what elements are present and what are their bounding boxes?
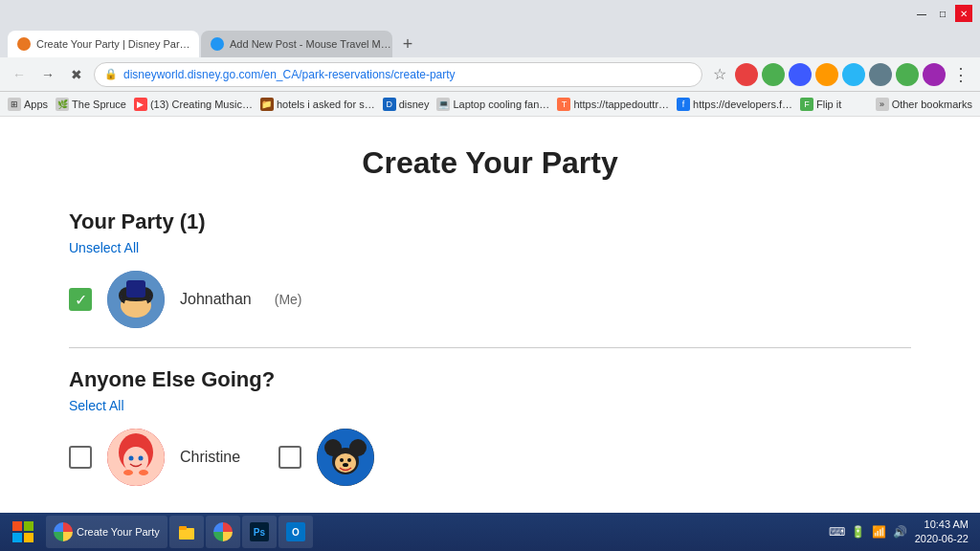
lock-icon: 🔒 <box>104 68 118 80</box>
anyone-else-grid: Christine <box>69 429 911 501</box>
page-content: Create Your Party Your Party (1) Unselec… <box>0 117 980 530</box>
clock-date: 2020-06-22 <box>915 532 969 546</box>
star-icon[interactable]: ☆ <box>708 63 731 86</box>
bookmark-apps[interactable]: ⊞ Apps <box>8 98 48 111</box>
system-icons: ⌨ 🔋 📶 🔊 <box>829 523 909 540</box>
minimize-button[interactable]: — <box>913 5 930 22</box>
chrome-taskbar-icon <box>54 522 73 541</box>
bookmark-apps-label: Apps <box>24 99 48 110</box>
volume-icon[interactable]: 🔊 <box>892 523 909 540</box>
svg-rect-28 <box>179 526 187 530</box>
taskbar-item-chrome2[interactable] <box>206 516 240 548</box>
svg-point-21 <box>347 458 351 462</box>
maximize-button[interactable]: □ <box>934 5 951 22</box>
avatar-svg-johnathan <box>107 271 165 328</box>
avatar-johnathan <box>107 271 165 328</box>
close-button[interactable]: ✕ <box>955 5 972 22</box>
extension-icon-6[interactable] <box>896 63 919 86</box>
tab-label-1: Create Your Party | Disney Par… <box>36 38 190 50</box>
tapped-icon: T <box>557 98 570 111</box>
start-button[interactable] <box>4 515 42 549</box>
bookmark-flipit-label: Flip it <box>816 99 841 110</box>
select-all-link[interactable]: Select All <box>69 398 911 413</box>
taskbar-item-outlook[interactable]: O <box>278 516 313 548</box>
bookmark-music[interactable]: ▶ (13) Creating Music… <box>134 98 253 111</box>
windows-logo-icon <box>11 520 34 543</box>
tab-inactive[interactable]: Add New Post - Mouse Travel M… ✕ <box>201 31 392 57</box>
bookmark-hotels[interactable]: 📁 hotels i asked for s… <box>260 98 375 111</box>
tab-favicon-1 <box>17 37 31 51</box>
taskbar-items: Create Your Party Ps O <box>42 516 821 548</box>
member-tag-johnathan: (Me) <box>275 292 302 307</box>
member-row-christine: Christine <box>69 429 240 486</box>
music-icon: ▶ <box>134 98 147 111</box>
pinterest-icon[interactable] <box>735 63 758 86</box>
svg-point-11 <box>129 456 134 461</box>
svg-point-22 <box>343 463 348 467</box>
checkbox-johnathan[interactable]: ✓ <box>69 288 92 311</box>
back-button[interactable]: ← <box>8 63 31 86</box>
extension-icon-1[interactable] <box>762 63 785 86</box>
bookmark-flipit[interactable]: F Flip it <box>800 98 841 111</box>
bookmark-music-label: (13) Creating Music… <box>150 99 253 110</box>
tab-close-1[interactable]: ✕ <box>196 37 199 51</box>
other-bm-icon: » <box>876 98 889 111</box>
bookmark-spruce-label: The Spruce <box>72 99 126 110</box>
bookmark-tapped-label: https://tappedouttr… <box>573 99 669 110</box>
new-tab-button[interactable]: + <box>394 31 421 57</box>
bookmark-disney-label: disney <box>399 99 430 110</box>
svg-rect-24 <box>24 521 33 531</box>
section-divider <box>69 347 911 348</box>
svg-rect-25 <box>12 533 22 542</box>
extension-icon-2[interactable] <box>789 63 812 86</box>
checkbox-christine[interactable] <box>69 446 92 469</box>
page-title: Create Your Party <box>69 145 911 181</box>
svg-point-14 <box>139 470 148 475</box>
window-controls: — □ ✕ <box>913 5 972 22</box>
bookmark-other-label: Other bookmarks <box>892 99 972 110</box>
member-row-johnathan: ✓ <box>69 271 911 328</box>
browser-chrome: — □ ✕ Create Your Party | Disney Par… ✕ … <box>0 0 980 117</box>
extension-icon-4[interactable] <box>842 63 865 86</box>
extension-icon-3[interactable] <box>815 63 838 86</box>
checkmark-icon: ✓ <box>75 291 87 309</box>
bookmarks-bar: ⊞ Apps 🌿 The Spruce ▶ (13) Creating Musi… <box>0 92 980 117</box>
taskbar-item-ps[interactable]: Ps <box>242 516 277 548</box>
unselect-all-link[interactable]: Unselect All <box>69 240 911 255</box>
checkbox-mickey2[interactable] <box>278 446 301 469</box>
url-bar[interactable]: 🔒 disneyworld.disney.go.com/en_CA/park-r… <box>94 62 702 87</box>
menu-button[interactable]: ⋮ <box>949 63 972 86</box>
wifi-icon[interactable]: 📶 <box>871 523 888 540</box>
tab-active[interactable]: Create Your Party | Disney Par… ✕ <box>8 31 199 57</box>
avatar-svg-mickey2 <box>317 429 374 486</box>
bookmark-laptop[interactable]: 💻 Laptop cooling fan… <box>436 98 549 111</box>
bookmark-spruce[interactable]: 🌿 The Spruce <box>56 98 126 111</box>
svg-point-13 <box>123 470 133 475</box>
taskbar-item-browser[interactable]: Create Your Party <box>46 516 167 548</box>
svg-rect-23 <box>12 521 22 531</box>
laptop-icon: 💻 <box>436 98 450 111</box>
bookmark-tapped[interactable]: T https://tappedouttr… <box>557 98 669 111</box>
flipit-icon: F <box>800 98 813 111</box>
profile-icon[interactable] <box>923 63 946 86</box>
taskbar-item-explorer[interactable] <box>169 516 204 548</box>
forward-button[interactable]: → <box>36 63 59 86</box>
svg-point-20 <box>340 458 344 462</box>
extension-icon-5[interactable] <box>869 63 892 86</box>
avatar-svg-christine <box>107 429 165 486</box>
svg-rect-26 <box>24 533 33 542</box>
bookmark-laptop-label: Laptop cooling fan… <box>453 99 549 110</box>
bookmark-other[interactable]: » Other bookmarks <box>876 98 972 111</box>
tab-bar: Create Your Party | Disney Par… ✕ Add Ne… <box>0 27 980 57</box>
bookmark-fb[interactable]: f https://developers.f… <box>677 98 792 111</box>
battery-icon[interactable]: 🔋 <box>850 523 867 540</box>
reload-button[interactable]: ✖ <box>65 63 88 86</box>
your-party-heading: Your Party (1) <box>69 209 911 234</box>
spruce-icon: 🌿 <box>56 98 69 111</box>
tab-favicon-2 <box>211 37 224 51</box>
bookmark-disney[interactable]: D disney <box>383 98 430 111</box>
system-clock[interactable]: 10:43 AM 2020-06-22 <box>915 518 969 547</box>
bookmark-fb-label: https://developers.f… <box>693 99 792 110</box>
member-name-johnathan: Johnathan <box>180 291 252 308</box>
keyboard-icon[interactable]: ⌨ <box>829 523 846 540</box>
